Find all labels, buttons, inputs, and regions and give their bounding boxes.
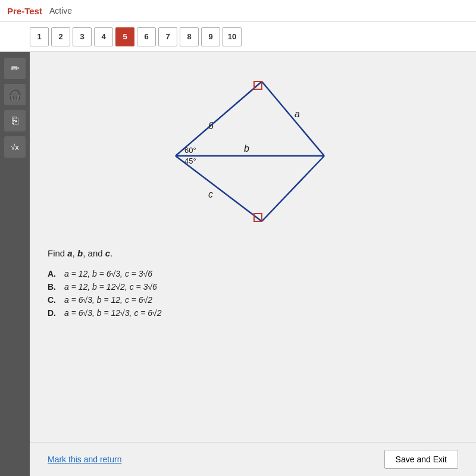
mark-return-link[interactable]: Mark this and return [48,455,122,464]
label-c: c [208,189,213,199]
svg-line-3 [176,156,262,221]
nav-btn-6[interactable]: 6 [137,27,156,46]
main-layout: ✏ 🎧 ⎘ √x [0,52,476,476]
nav-btn-1[interactable]: 1 [30,27,49,46]
choice-b-label: B. [48,282,64,292]
nav-btn-3[interactable]: 3 [73,27,92,46]
answer-choices: A. a = 12, b = 6√3, c = 3√6 B. a = 12, b… [48,269,458,318]
nav-btn-7[interactable]: 7 [158,27,177,46]
choice-c-label: C. [48,295,64,305]
top-bar: Pre-Test Active [0,0,476,22]
label-b: b [244,143,249,154]
nav-btn-9[interactable]: 9 [201,27,220,46]
save-exit-button[interactable]: Save and Exit [384,450,458,469]
label-6: 6 [208,121,214,131]
choice-b[interactable]: B. a = 12, b = 12√2, c = 3√6 [48,282,458,292]
choice-a-text: a = 12, b = 6√3, c = 3√6 [64,269,152,278]
question-text: Find a, b, and c. [48,248,458,258]
nav-btn-10[interactable]: 10 [223,27,242,46]
label-45: 45° [184,156,196,165]
choice-a-label: A. [48,269,64,278]
pencil-icon[interactable]: ✏ [4,58,26,79]
content-area: 6 a b c 60° 45° Find a, b, and c. [30,52,476,442]
choice-d-text: a = 6√3, b = 12√3, c = 6√2 [64,308,162,318]
headphones-icon[interactable]: 🎧 [4,84,26,105]
page-title: Pre-Test [7,6,42,16]
nav-btn-8[interactable]: 8 [180,27,199,46]
sqrt-icon[interactable]: √x [4,136,26,158]
choice-a[interactable]: A. a = 12, b = 6√3, c = 3√6 [48,269,458,278]
status-badge: Active [49,6,72,15]
choice-d[interactable]: D. a = 6√3, b = 12√3, c = 6√2 [48,308,458,318]
geometry-diagram: 6 a b c 60° 45° [152,64,354,230]
nav-btn-2[interactable]: 2 [51,27,70,46]
choice-c-text: a = 6√3, b = 12, c = 6√2 [64,295,152,305]
choice-c[interactable]: C. a = 6√3, b = 12, c = 6√2 [48,295,458,305]
nav-btn-4[interactable]: 4 [94,27,113,46]
diagram-container: 6 a b c 60° 45° [48,64,458,230]
nav-btn-5[interactable]: 5 [115,27,134,46]
svg-line-1 [262,82,324,156]
calculator-icon[interactable]: ⎘ [4,110,26,131]
label-a: a [295,109,300,119]
bottom-bar: Mark this and return Save and Exit [30,442,476,476]
label-60: 60° [184,146,196,155]
sidebar: ✏ 🎧 ⎘ √x [0,52,30,476]
svg-line-4 [262,156,324,221]
question-nav: 1 2 3 4 5 6 7 8 9 10 [0,22,476,52]
choice-d-label: D. [48,308,64,318]
choice-b-text: a = 12, b = 12√2, c = 3√6 [64,282,157,292]
